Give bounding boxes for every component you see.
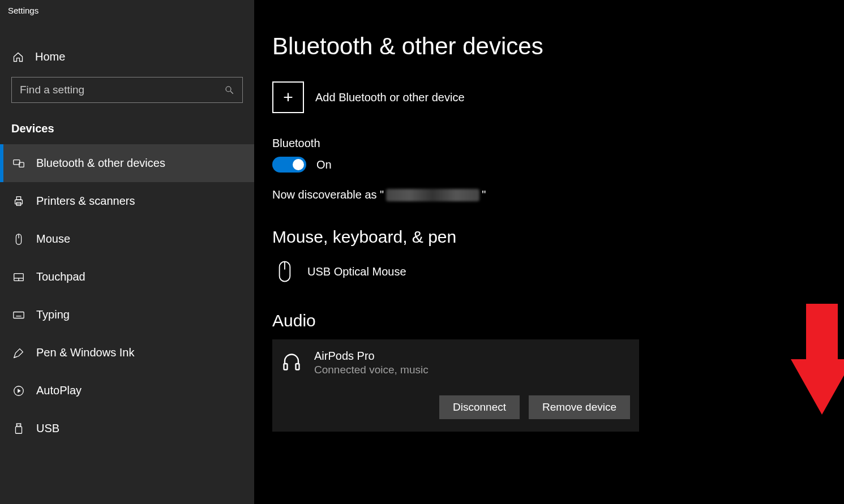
device-name: AirPods Pro xyxy=(314,350,429,363)
discoverable-text: Now discoverable as " " xyxy=(272,188,826,201)
svg-marker-19 xyxy=(18,389,21,393)
headphones-icon xyxy=(281,350,302,374)
sidebar-item-printers[interactable]: Printers & scanners xyxy=(0,182,254,220)
sidebar-item-typing[interactable]: Typing xyxy=(0,296,254,334)
sidebar-item-label: Mouse xyxy=(36,232,70,245)
bluetooth-toggle[interactable] xyxy=(272,157,306,173)
sidebar-item-label: Printers & scanners xyxy=(36,195,135,208)
sidebar-item-label: Bluetooth & other devices xyxy=(36,157,165,170)
sidebar-item-touchpad[interactable]: Touchpad xyxy=(0,258,254,296)
sidebar-item-label: Typing xyxy=(36,308,70,321)
plus-icon: + xyxy=(272,81,304,113)
sidebar-item-label: AutoPlay xyxy=(36,384,82,397)
add-device-label: Add Bluetooth or other device xyxy=(315,91,465,104)
search-icon xyxy=(224,85,234,95)
search-wrap xyxy=(0,75,254,107)
bluetooth-label: Bluetooth xyxy=(272,137,826,150)
svg-rect-26 xyxy=(284,364,288,370)
mouse-icon xyxy=(275,259,295,284)
add-device-button[interactable]: + Add Bluetooth or other device xyxy=(272,81,826,113)
device-name: USB Optical Mouse xyxy=(307,265,406,278)
device-status: Connected voice, music xyxy=(314,364,429,376)
window-title: Settings xyxy=(0,0,254,21)
bluetooth-toggle-state: On xyxy=(316,158,332,171)
sidebar-item-label: Touchpad xyxy=(36,270,85,283)
sidebar-item-pen[interactable]: Pen & Windows Ink xyxy=(0,334,254,372)
home-label: Home xyxy=(35,50,65,63)
discoverable-prefix: Now discoverable as " xyxy=(272,188,384,201)
redacted-device-name xyxy=(386,189,479,201)
svg-rect-20 xyxy=(16,423,20,427)
svg-rect-27 xyxy=(296,364,299,370)
svg-rect-21 xyxy=(16,427,22,433)
svg-point-0 xyxy=(226,87,231,92)
remove-device-button[interactable]: Remove device xyxy=(529,395,630,419)
section-audio-heading: Audio xyxy=(272,311,826,330)
sidebar-item-bluetooth[interactable]: Bluetooth & other devices xyxy=(0,144,254,182)
printer-icon xyxy=(12,195,25,208)
svg-rect-5 xyxy=(16,196,20,200)
svg-rect-4 xyxy=(15,200,23,204)
disconnect-button[interactable]: Disconnect xyxy=(439,395,520,419)
sidebar-item-autoplay[interactable]: AutoPlay xyxy=(0,372,254,410)
touchpad-icon xyxy=(12,271,25,283)
nav-list: Bluetooth & other devices Printers & sca… xyxy=(0,144,254,447)
home-nav[interactable]: Home xyxy=(0,39,254,75)
keyboard-icon xyxy=(12,309,25,321)
svg-line-1 xyxy=(230,91,233,94)
usb-icon xyxy=(12,423,25,435)
section-mouse-heading: Mouse, keyboard, & pen xyxy=(272,227,826,247)
device-card-airpods[interactable]: AirPods Pro Connected voice, music Disco… xyxy=(272,339,639,432)
autoplay-icon xyxy=(12,385,25,397)
search-input[interactable] xyxy=(20,84,224,96)
mouse-icon xyxy=(12,233,25,245)
bluetooth-devices-icon xyxy=(12,157,25,170)
pen-icon xyxy=(12,347,25,359)
home-icon xyxy=(12,51,24,63)
page-title: Bluetooth & other devices xyxy=(272,33,826,60)
main-panel: Bluetooth & other devices + Add Bluetoot… xyxy=(254,0,844,504)
sidebar: Settings Home Devices Bluetooth & other … xyxy=(0,0,254,504)
svg-rect-2 xyxy=(14,160,20,164)
bluetooth-toggle-row: On xyxy=(272,157,826,173)
sidebar-section-label: Devices xyxy=(0,107,254,144)
discoverable-suffix: " xyxy=(482,188,486,201)
sidebar-item-usb[interactable]: USB xyxy=(0,410,254,447)
sidebar-item-label: Pen & Windows Ink xyxy=(36,346,134,359)
sidebar-item-mouse[interactable]: Mouse xyxy=(0,220,254,258)
device-row-mouse[interactable]: USB Optical Mouse xyxy=(272,256,826,311)
search-box[interactable] xyxy=(11,77,243,103)
sidebar-item-label: USB xyxy=(36,422,59,435)
svg-rect-12 xyxy=(14,312,24,318)
